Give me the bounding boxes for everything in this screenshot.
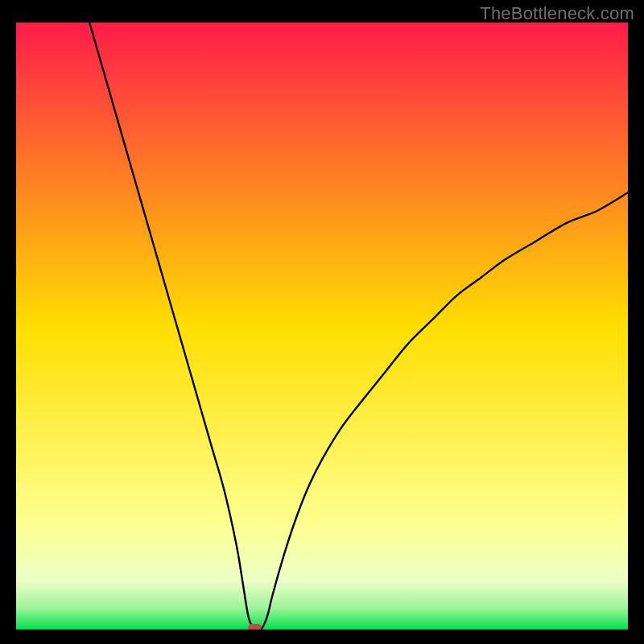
minimum-marker (248, 624, 261, 630)
gradient-background (16, 23, 628, 630)
plot-area (16, 23, 628, 630)
chart-svg (16, 23, 628, 630)
chart-frame: TheBottleneck.com (0, 0, 644, 644)
watermark-text: TheBottleneck.com (480, 3, 634, 24)
